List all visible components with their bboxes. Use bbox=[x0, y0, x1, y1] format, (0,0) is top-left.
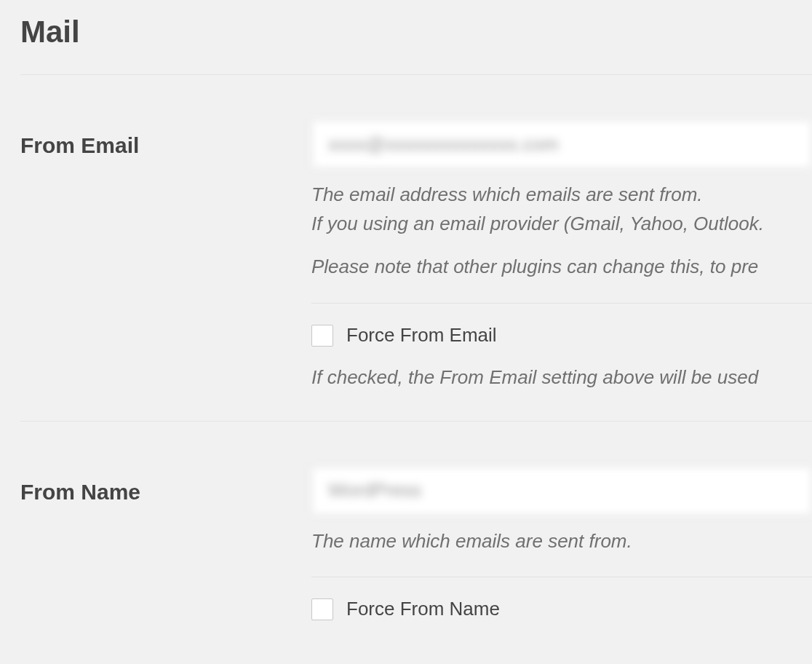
from-email-input[interactable] bbox=[311, 120, 812, 168]
force-from-name-checkbox[interactable] bbox=[311, 598, 333, 620]
from-email-row: From Email The email address which email… bbox=[20, 75, 812, 392]
section-title: Mail bbox=[20, 0, 812, 74]
force-from-email-label: Force From Email bbox=[346, 324, 497, 347]
from-name-input[interactable] bbox=[311, 467, 812, 515]
from-email-help-3: Please note that other plugins can chang… bbox=[311, 253, 812, 281]
from-name-help-1: The name which emails are sent from. bbox=[311, 528, 812, 556]
force-from-name-label: Force From Name bbox=[346, 598, 500, 620]
from-name-row: From Name The name which emails are sent… bbox=[20, 422, 812, 621]
from-email-help-2: If you using an email provider (Gmail, Y… bbox=[311, 210, 812, 238]
from-name-label: From Name bbox=[20, 467, 311, 505]
subdivider bbox=[311, 577, 812, 577]
from-email-help-1: The email address which emails are sent … bbox=[311, 181, 812, 209]
force-from-email-checkbox[interactable] bbox=[311, 325, 333, 347]
force-from-email-help: If checked, the From Email setting above… bbox=[311, 364, 812, 392]
from-email-label: From Email bbox=[20, 120, 311, 158]
subdivider bbox=[311, 303, 812, 304]
